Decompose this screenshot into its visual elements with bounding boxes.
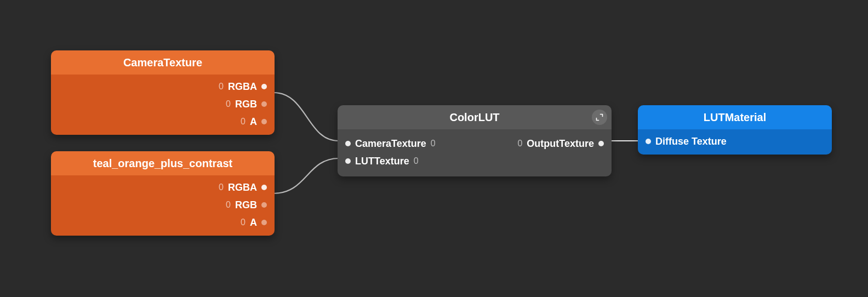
port-label: RGBA xyxy=(228,81,257,93)
port-label: RGB xyxy=(235,99,257,110)
port-label: CameraTexture xyxy=(355,138,426,150)
node-title: LUTMaterial xyxy=(704,111,766,124)
port-label: LUTTexture xyxy=(355,156,409,167)
port-socket-icon[interactable] xyxy=(261,101,267,107)
input-port-lut-texture[interactable]: LUTTexture 0 xyxy=(338,152,443,170)
port-zero: 0 xyxy=(241,117,245,127)
node-lut-material[interactable]: LUTMaterial Diffuse Texture xyxy=(638,105,832,155)
port-socket-icon[interactable] xyxy=(345,141,351,146)
node-title: teal_orange_plus_contrast xyxy=(93,157,233,170)
output-port-rgba[interactable]: 0 RGBA xyxy=(51,179,275,196)
node-header[interactable]: ColorLUT xyxy=(338,105,612,129)
node-body: Diffuse Texture xyxy=(638,129,832,155)
node-header[interactable]: CameraTexture xyxy=(51,50,275,75)
output-port-rgb[interactable]: 0 RGB xyxy=(51,95,275,113)
node-camera-texture[interactable]: CameraTexture 0 RGBA 0 RGB 0 A xyxy=(51,50,275,135)
node-header[interactable]: teal_orange_plus_contrast xyxy=(51,151,275,175)
port-zero: 0 xyxy=(517,139,522,148)
input-port-diffuse-texture[interactable]: Diffuse Texture xyxy=(638,133,832,150)
port-socket-icon[interactable] xyxy=(261,84,267,89)
port-zero: 0 xyxy=(226,200,231,210)
port-label: A xyxy=(250,217,257,229)
node-body: 0 RGBA 0 RGB 0 A xyxy=(51,175,275,236)
node-body: CameraTexture 0 LUTTexture 0 0 OutputTex… xyxy=(338,129,612,176)
node-title: ColorLUT xyxy=(449,111,499,124)
port-socket-icon[interactable] xyxy=(646,139,651,144)
node-teal-orange[interactable]: teal_orange_plus_contrast 0 RGBA 0 RGB 0… xyxy=(51,151,275,236)
port-zero: 0 xyxy=(241,218,245,227)
port-socket-icon[interactable] xyxy=(261,220,267,225)
port-socket-icon[interactable] xyxy=(598,141,604,146)
output-port-rgb[interactable]: 0 RGB xyxy=(51,196,275,214)
output-port-a[interactable]: 0 A xyxy=(51,113,275,130)
node-header[interactable]: LUTMaterial xyxy=(638,105,832,129)
port-zero: 0 xyxy=(219,82,224,92)
port-label: RGBA xyxy=(228,182,257,193)
expand-subgraph-icon[interactable] xyxy=(592,110,607,125)
node-title: CameraTexture xyxy=(123,56,202,69)
port-socket-icon[interactable] xyxy=(345,158,351,164)
port-label: Diffuse Texture xyxy=(655,136,727,147)
port-zero: 0 xyxy=(226,99,231,109)
port-zero: 0 xyxy=(431,139,436,148)
port-zero: 0 xyxy=(414,156,419,166)
port-zero: 0 xyxy=(219,182,224,192)
port-label: OutputTexture xyxy=(527,138,594,150)
node-color-lut[interactable]: ColorLUT CameraTexture 0 LUTTexture 0 xyxy=(338,105,612,176)
port-socket-icon[interactable] xyxy=(261,202,267,208)
node-body: 0 RGBA 0 RGB 0 A xyxy=(51,75,275,135)
output-port-rgba[interactable]: 0 RGBA xyxy=(51,78,275,95)
output-port-output-texture[interactable]: 0 OutputTexture xyxy=(510,135,612,152)
input-port-camera-texture[interactable]: CameraTexture 0 xyxy=(338,135,443,152)
port-socket-icon[interactable] xyxy=(261,185,267,190)
output-port-a[interactable]: 0 A xyxy=(51,214,275,231)
port-socket-icon[interactable] xyxy=(261,119,267,124)
port-label: RGB xyxy=(235,199,257,211)
port-label: A xyxy=(250,116,257,128)
